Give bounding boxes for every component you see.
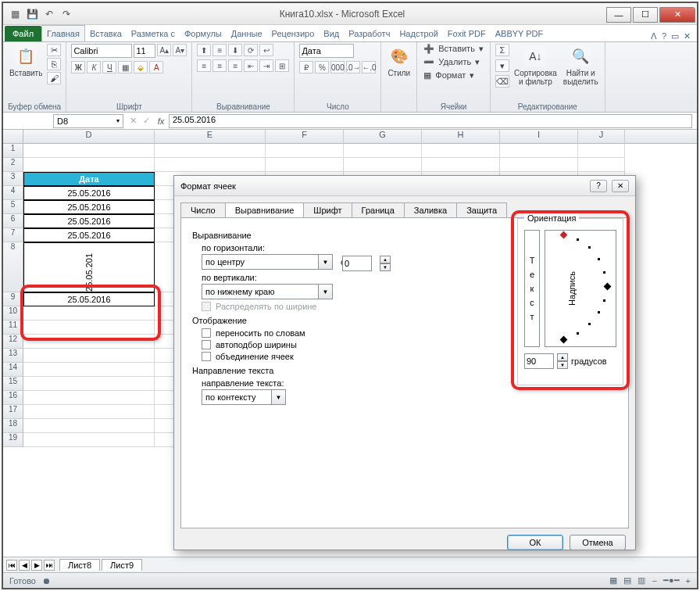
cell[interactable] (500, 158, 578, 172)
spin-up-icon[interactable]: ▲ (557, 353, 568, 361)
cancel-button[interactable]: Отмена (570, 535, 626, 550)
cell[interactable] (422, 144, 500, 158)
row-header[interactable]: 6 (3, 214, 23, 228)
format-cells-button[interactable]: ▦ Формат ▾ (422, 70, 485, 81)
increase-indent-icon[interactable]: ⇥ (259, 59, 273, 72)
row-header[interactable]: 10 (3, 306, 23, 321)
sheet-nav-next-icon[interactable]: ▶ (31, 560, 42, 571)
sheet-tab-1[interactable]: Лист9 (102, 559, 142, 571)
cell[interactable]: 25.05.2016 (23, 186, 155, 200)
cell[interactable] (23, 377, 155, 391)
align-center-icon[interactable]: ≡ (212, 59, 227, 72)
view-layout-icon[interactable]: ▤ (623, 575, 631, 586)
formula-input[interactable]: 25.05.2016 (169, 114, 692, 128)
tab-layout[interactable]: Разметка с (127, 26, 180, 41)
cell[interactable]: Дата (23, 172, 155, 186)
col-header-f[interactable]: F (266, 130, 344, 143)
fill-icon[interactable]: ▾ (495, 59, 509, 72)
row-header[interactable]: 4 (3, 186, 23, 200)
orientation-dial[interactable]: Надпись (545, 230, 616, 347)
styles-button[interactable]: 🎨 Стили (386, 44, 412, 79)
row-header[interactable]: 8 (3, 242, 23, 292)
dialog-tab-font[interactable]: Шрифт (303, 202, 352, 217)
fx-icon[interactable]: fx (153, 116, 169, 126)
cell[interactable] (23, 419, 155, 433)
number-format-select[interactable] (299, 44, 354, 58)
row-header[interactable]: 19 (3, 433, 23, 447)
font-size-select[interactable] (134, 44, 155, 58)
comma-icon[interactable]: 000 (330, 61, 345, 73)
col-header-h[interactable]: H (422, 130, 500, 143)
grow-font-icon[interactable]: A▴ (157, 44, 171, 56)
save-icon[interactable]: 💾 (25, 7, 39, 21)
cell[interactable] (23, 321, 155, 335)
col-header-i[interactable]: I (500, 130, 578, 143)
align-right-icon[interactable]: ≡ (228, 59, 242, 72)
align-middle-icon[interactable]: ≡ (212, 44, 227, 56)
cell[interactable] (23, 405, 155, 419)
help-icon[interactable]: ? (662, 31, 666, 41)
autosum-icon[interactable]: Σ (495, 44, 509, 56)
row-header[interactable]: 11 (3, 321, 23, 335)
sort-filter-button[interactable]: A↓ Сортировка и фильтр (512, 44, 559, 88)
name-box[interactable]: D8▾ (53, 114, 123, 128)
chevron-down-icon[interactable]: ▼ (272, 389, 286, 405)
row-header[interactable]: 5 (3, 200, 23, 214)
row-header[interactable]: 18 (3, 419, 23, 433)
row-header[interactable]: 17 (3, 405, 23, 419)
tab-data[interactable]: Данные (227, 26, 267, 41)
row-header[interactable]: 13 (3, 349, 23, 363)
row-header[interactable]: 16 (3, 391, 23, 405)
tab-foxit[interactable]: Foxit PDF (443, 26, 491, 41)
tab-abbyy[interactable]: ABBYY PDF (491, 26, 548, 41)
cell[interactable] (500, 144, 578, 158)
row-header[interactable]: 12 (3, 335, 23, 349)
sheet-nav-first-icon[interactable]: ⏮ (6, 560, 17, 571)
shrink-font-icon[interactable]: A▾ (173, 44, 187, 56)
dialog-tab-border[interactable]: Граница (352, 202, 405, 217)
zoom-in-icon[interactable]: + (686, 576, 691, 586)
dialog-tab-number[interactable]: Число (180, 202, 226, 217)
format-painter-icon[interactable]: 🖌 (47, 72, 61, 84)
row-header[interactable]: 9 (3, 292, 23, 306)
sheet-nav-last-icon[interactable]: ⏭ (44, 560, 55, 571)
wrap-text-icon[interactable]: ↩ (259, 44, 273, 56)
delete-cells-button[interactable]: ➖ Удалить ▾ (422, 57, 485, 67)
align-top-icon[interactable]: ⬆ (197, 44, 211, 56)
cell[interactable] (23, 158, 155, 172)
cell[interactable] (23, 349, 155, 363)
cell[interactable] (266, 144, 344, 158)
merge-icon[interactable]: ⊞ (275, 59, 289, 72)
view-pagebreak-icon[interactable]: ▥ (638, 575, 645, 586)
dialog-close-button[interactable]: ✕ (612, 180, 629, 192)
undo-icon[interactable]: ↶ (42, 7, 56, 21)
v-align-combo[interactable] (202, 284, 319, 299)
dialog-help-button[interactable]: ? (590, 180, 607, 192)
zoom-slider[interactable]: ━●━ (663, 575, 680, 586)
view-normal-icon[interactable]: ▦ (609, 575, 617, 586)
row-header[interactable]: 3 (3, 172, 23, 186)
window-controls-icon[interactable]: ▭ (671, 31, 679, 41)
cell[interactable] (23, 144, 155, 158)
cancel-formula-icon[interactable]: ✕ (127, 116, 140, 126)
currency-icon[interactable]: ₽ (299, 61, 313, 73)
clear-icon[interactable]: ⌫ (495, 75, 509, 88)
cell[interactable] (23, 363, 155, 377)
h-align-combo[interactable] (202, 254, 319, 270)
decrease-decimal-icon[interactable]: ←.0 (362, 61, 376, 73)
spin-up-icon[interactable]: ▲ (380, 256, 391, 263)
close-button[interactable]: ✕ (659, 7, 695, 23)
row-header[interactable]: 2 (3, 158, 23, 172)
row-header[interactable]: 7 (3, 228, 23, 242)
row-header[interactable]: 14 (3, 363, 23, 377)
dialog-tab-fill[interactable]: Заливка (404, 202, 457, 217)
border-icon[interactable]: ▦ (118, 61, 132, 73)
insert-cells-button[interactable]: ➕ Вставить ▾ (422, 44, 485, 54)
tab-addins[interactable]: Надстрой (395, 26, 442, 41)
cell[interactable] (23, 306, 155, 321)
paste-button[interactable]: 📋 Вставить (8, 44, 44, 79)
cell[interactable] (266, 158, 344, 172)
cell[interactable]: 25.05.2016 (23, 200, 155, 214)
tab-formulas[interactable]: Формулы (180, 26, 227, 41)
spin-down-icon[interactable]: ▼ (557, 361, 568, 369)
